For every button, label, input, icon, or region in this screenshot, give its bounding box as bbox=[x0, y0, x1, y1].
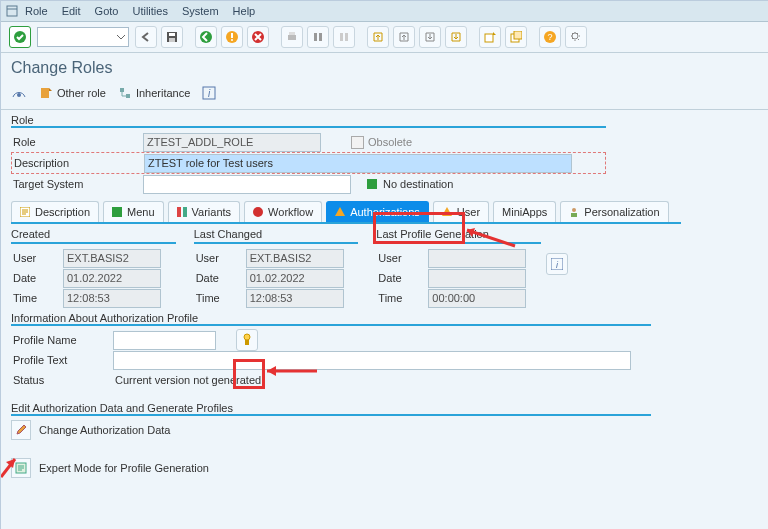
user-label: User bbox=[11, 252, 63, 264]
cancel-icon[interactable] bbox=[247, 26, 269, 48]
propose-profile-button[interactable] bbox=[236, 329, 258, 351]
prev-page-icon[interactable] bbox=[393, 26, 415, 48]
description-field[interactable]: ZTEST role for Test users bbox=[144, 154, 572, 173]
profile-name-field[interactable] bbox=[113, 331, 216, 350]
tab-menu[interactable]: Menu bbox=[103, 201, 164, 222]
svg-rect-0 bbox=[7, 6, 17, 16]
save-icon[interactable] bbox=[161, 26, 183, 48]
target-system-label: Target System bbox=[11, 178, 143, 190]
svg-point-21 bbox=[17, 93, 21, 97]
menu-icon[interactable] bbox=[5, 4, 19, 18]
menu-utilities[interactable]: Utilities bbox=[132, 5, 167, 17]
tabstrip: Description Menu Variants Workflow Autho… bbox=[11, 200, 681, 224]
target-system-field[interactable] bbox=[143, 175, 351, 194]
menu-help[interactable]: Help bbox=[233, 5, 256, 17]
shortcut-icon[interactable] bbox=[505, 26, 527, 48]
toggle-display-icon[interactable] bbox=[11, 85, 27, 101]
new-session-icon[interactable] bbox=[479, 26, 501, 48]
role-label: Role bbox=[11, 136, 143, 148]
first-page-icon[interactable] bbox=[367, 26, 389, 48]
print-icon[interactable] bbox=[281, 26, 303, 48]
tab-menu-label: Menu bbox=[127, 206, 155, 218]
edit-auth-group: Edit Authorization Data and Generate Pro… bbox=[11, 402, 651, 478]
lastchg-header: Last Changed bbox=[194, 228, 359, 240]
lastchg-user: EXT.BASIS2 bbox=[246, 249, 344, 268]
menu-edit[interactable]: Edit bbox=[62, 5, 81, 17]
auth-profile-group: Information About Authorization Profile … bbox=[11, 312, 651, 390]
status-value: Current version not generated bbox=[113, 374, 261, 386]
role-group-header: Role bbox=[11, 114, 606, 126]
svg-rect-10 bbox=[289, 32, 295, 35]
back-icon[interactable] bbox=[195, 26, 217, 48]
command-field[interactable] bbox=[37, 27, 129, 47]
tab-personalization[interactable]: Personalization bbox=[560, 201, 668, 222]
role-group: Role Role ZTEST_ADDL_ROLE Obsolete Descr… bbox=[11, 114, 606, 194]
menu-goto[interactable]: Goto bbox=[95, 5, 119, 17]
help-icon[interactable]: ? bbox=[539, 26, 561, 48]
lastchg-time: 12:08:53 bbox=[246, 289, 344, 308]
customize-icon[interactable] bbox=[565, 26, 587, 48]
svg-text:i: i bbox=[208, 88, 211, 99]
date-label: Date bbox=[11, 272, 63, 284]
find-icon[interactable] bbox=[307, 26, 329, 48]
edit-auth-header: Edit Authorization Data and Generate Pro… bbox=[11, 402, 651, 414]
user-label: User bbox=[376, 252, 428, 264]
meta-panel: Created UserEXT.BASIS2 Date01.02.2022 Ti… bbox=[11, 228, 541, 308]
find-next-icon[interactable] bbox=[333, 26, 355, 48]
next-page-icon[interactable] bbox=[419, 26, 441, 48]
change-auth-data-button[interactable] bbox=[11, 420, 31, 440]
date-label: Date bbox=[194, 272, 246, 284]
checkbox-icon bbox=[351, 136, 364, 149]
svg-point-31 bbox=[572, 208, 576, 212]
svg-rect-11 bbox=[314, 33, 317, 41]
no-destination-label: No destination bbox=[383, 178, 453, 190]
chevron-down-icon[interactable] bbox=[114, 30, 128, 44]
tab-description[interactable]: Description bbox=[11, 201, 99, 222]
svg-point-30 bbox=[253, 207, 263, 217]
standard-toolbar: ? bbox=[1, 22, 768, 53]
svg-rect-14 bbox=[345, 33, 348, 41]
menu-system[interactable]: System bbox=[182, 5, 219, 17]
created-header: Created bbox=[11, 228, 176, 240]
tab-user[interactable]: User bbox=[433, 201, 489, 222]
menubar: Role Edit Goto Utilities System Help bbox=[1, 1, 768, 22]
page-title: Change Roles bbox=[1, 53, 768, 81]
enter-icon[interactable] bbox=[9, 26, 31, 48]
lastprof-header: Last Profile Generation bbox=[376, 228, 541, 240]
tab-authorizations-label: Authorizations bbox=[350, 206, 420, 218]
svg-rect-24 bbox=[126, 94, 130, 98]
other-role-label: Other role bbox=[57, 87, 106, 99]
tab-variants[interactable]: Variants bbox=[168, 201, 241, 222]
inheritance-label: Inheritance bbox=[136, 87, 190, 99]
svg-rect-32 bbox=[571, 213, 577, 217]
svg-point-35 bbox=[244, 334, 250, 340]
svg-rect-15 bbox=[485, 34, 493, 42]
date-label: Date bbox=[376, 272, 428, 284]
tab-miniapps[interactable]: MiniApps bbox=[493, 201, 556, 222]
expert-mode-button[interactable] bbox=[11, 458, 31, 478]
profile-text-field[interactable] bbox=[113, 351, 631, 370]
info-icon[interactable]: i bbox=[202, 86, 216, 100]
tab-personalization-label: Personalization bbox=[584, 206, 659, 218]
other-role-button[interactable]: Other role bbox=[39, 86, 106, 100]
change-auth-data-label: Change Authorization Data bbox=[39, 424, 170, 436]
svg-rect-13 bbox=[340, 33, 343, 41]
created-time: 12:08:53 bbox=[63, 289, 161, 308]
svg-rect-4 bbox=[169, 38, 175, 42]
exit-icon[interactable] bbox=[221, 26, 243, 48]
info-button[interactable]: i bbox=[546, 253, 568, 275]
tab-authorizations[interactable]: Authorizations bbox=[326, 201, 429, 222]
app-toolbar: Other role Inheritance i bbox=[1, 81, 768, 110]
menu-role[interactable]: Role bbox=[25, 5, 48, 17]
time-label: Time bbox=[11, 292, 63, 304]
nav-left-icon[interactable] bbox=[135, 26, 157, 48]
tab-workflow[interactable]: Workflow bbox=[244, 201, 322, 222]
last-page-icon[interactable] bbox=[445, 26, 467, 48]
user-label: User bbox=[194, 252, 246, 264]
obsolete-label: Obsolete bbox=[368, 136, 412, 148]
svg-point-7 bbox=[231, 39, 233, 41]
svg-rect-36 bbox=[245, 340, 249, 345]
created-date: 01.02.2022 bbox=[63, 269, 161, 288]
inheritance-button[interactable]: Inheritance bbox=[118, 86, 190, 100]
svg-text:?: ? bbox=[547, 32, 552, 42]
